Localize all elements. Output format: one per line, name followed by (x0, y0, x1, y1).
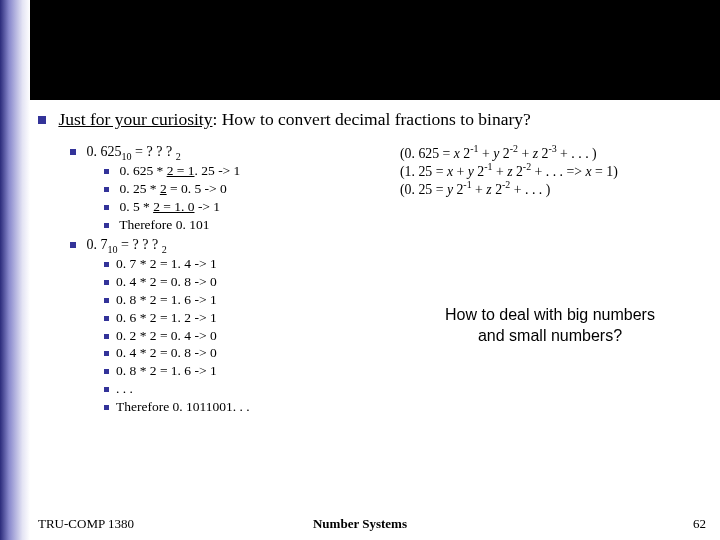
footer-page-number: 62 (693, 516, 706, 532)
derivation-line: (0. 25 = y 2-1 + z 2-2 + . . . ) (400, 181, 715, 199)
bullet-icon (70, 242, 76, 248)
bullet-icon (70, 149, 76, 155)
bullet-icon (104, 369, 109, 374)
left-gradient-band (0, 0, 30, 540)
bullet-icon (104, 405, 109, 410)
title-placeholder-band (0, 0, 720, 100)
derivation-line: (1. 25 = x + y 2-1 + z 2-2 + . . . => x … (400, 163, 715, 181)
example2-step: Therefore 0. 1011001. . . (104, 398, 710, 416)
example1-step: Therefore 0. 101 (104, 216, 710, 234)
slide: Just for your curiosity: How to convert … (0, 0, 720, 540)
example2-step: . . . (104, 380, 710, 398)
bullet-icon (104, 316, 109, 321)
example1-step: 0. 5 * 2 = 1. 0 -> 1 (104, 198, 710, 216)
example2-step: 0. 4 * 2 = 0. 8 -> 0 (104, 273, 710, 291)
example2-step: 0. 7 * 2 = 1. 4 -> 1 (104, 255, 710, 273)
derivation-line: (0. 625 = x 2-1 + y 2-2 + z 2-3 + . . . … (400, 145, 715, 163)
main-question-prefix: Just for your curiosity (58, 109, 212, 129)
emphasis-question: How to deal with big numbers and small n… (400, 305, 700, 347)
derivation-notes: (0. 625 = x 2-1 + y 2-2 + z 2-3 + . . . … (400, 145, 715, 200)
bullet-icon (104, 387, 109, 392)
example2-step: 0. 4 * 2 = 0. 8 -> 0 (104, 344, 710, 362)
bullet-icon (104, 205, 109, 210)
bullet-icon (104, 223, 109, 228)
footer-title: Number Systems (0, 516, 720, 532)
bullet-icon (104, 187, 109, 192)
main-question: Just for your curiosity: How to convert … (38, 108, 710, 131)
bullet-icon (38, 116, 46, 124)
bullet-icon (104, 280, 109, 285)
bullet-icon (104, 351, 109, 356)
bullet-icon (104, 262, 109, 267)
main-question-rest: : How to convert decimal fractions to bi… (212, 109, 530, 129)
bullet-icon (104, 334, 109, 339)
example2-step: 0. 8 * 2 = 1. 6 -> 1 (104, 362, 710, 380)
bullet-icon (104, 169, 109, 174)
bullet-icon (104, 298, 109, 303)
example2-heading: 0. 710 = ? ? ? 2 (70, 234, 710, 256)
